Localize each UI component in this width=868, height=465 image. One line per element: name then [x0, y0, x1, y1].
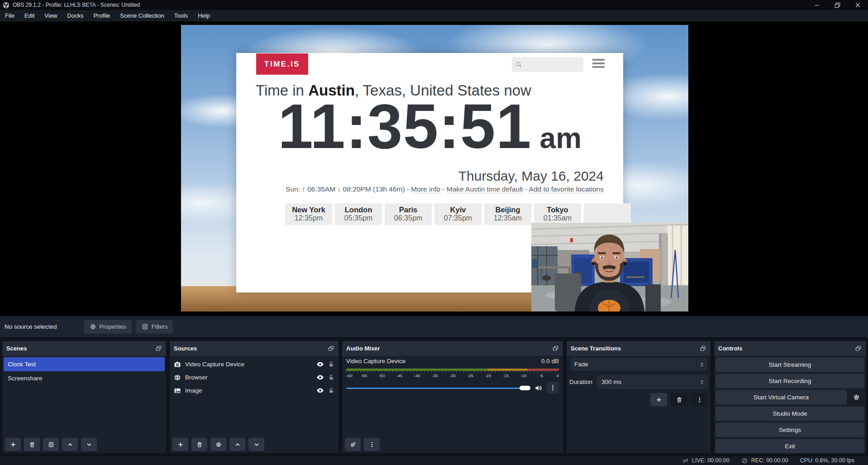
restore-button[interactable] — [827, 0, 848, 10]
gear-icon — [853, 394, 860, 401]
close-button[interactable] — [848, 0, 868, 10]
source-item-video-capture[interactable]: Video Capture Device — [170, 358, 339, 371]
audio-mixer-title: Audio Mixer — [346, 345, 380, 352]
chevron-down-icon — [253, 441, 260, 448]
menu-bar: File Edit View Docks Profile Scene Colle… — [0, 10, 868, 22]
mixer-channel-name: Video Capture Device — [346, 358, 405, 367]
city-cell: Paris06:35pm — [385, 203, 432, 225]
scene-item-screenshare[interactable]: Screenshare — [4, 371, 165, 385]
start-recording-button[interactable]: Start Recording — [715, 374, 864, 388]
menu-profile[interactable]: Profile — [88, 10, 115, 21]
popout-icon[interactable] — [328, 345, 334, 352]
popout-icon[interactable] — [855, 345, 862, 352]
source-properties-button[interactable] — [210, 438, 226, 451]
visibility-eye-icon[interactable] — [316, 374, 324, 381]
popout-icon[interactable] — [155, 345, 162, 352]
add-source-button[interactable] — [172, 438, 188, 451]
camera-icon — [174, 361, 181, 368]
source-item-image[interactable]: Image — [170, 384, 339, 397]
transitions-header: Scene Transitions — [567, 341, 711, 356]
studio-mode-button[interactable]: Studio Mode — [715, 407, 864, 421]
remove-scene-button[interactable] — [24, 438, 40, 451]
add-scene-button[interactable] — [5, 438, 21, 451]
webcam-overlay[interactable] — [531, 223, 688, 312]
add-transition-button[interactable] — [650, 393, 667, 406]
add-favorite-link: Add to favorite locations — [529, 185, 604, 193]
mixer-menu-button[interactable] — [364, 438, 380, 451]
trash-icon — [676, 397, 682, 403]
virtual-camera-config-button[interactable] — [849, 390, 864, 404]
popout-icon[interactable] — [552, 345, 559, 352]
title-bar: OBS 29.1.2 - Profile: LLHLS BETA - Scene… — [0, 0, 868, 10]
broadcast-slash-icon — [682, 457, 689, 464]
sources-panel-header: Sources — [170, 341, 339, 356]
lock-icon[interactable] — [328, 361, 334, 368]
mixer-options-button[interactable] — [547, 382, 559, 394]
scene-up-button[interactable] — [62, 438, 78, 451]
controls-header: Controls — [714, 341, 866, 356]
audio-mixer-panel: Audio Mixer Video Capture Device 0.0 dB … — [342, 340, 563, 454]
window-controls — [807, 0, 868, 10]
advanced-audio-button[interactable] — [345, 438, 361, 451]
transitions-title: Scene Transitions — [571, 345, 621, 352]
clock-ampm: am — [540, 124, 582, 153]
menu-view[interactable]: View — [39, 10, 62, 21]
mixer-toolbar — [345, 438, 380, 451]
clock-time: 11:35:51 — [278, 95, 532, 158]
city-cell: Kyiv07:35pm — [434, 203, 482, 225]
no-source-label: No source selected — [5, 323, 57, 330]
source-item-browser[interactable]: Browser — [170, 371, 339, 384]
menu-tools[interactable]: Tools — [169, 10, 193, 21]
scenes-panel: Scenes Clock Test Screenshare — [2, 340, 167, 454]
chevron-up-icon — [67, 441, 73, 448]
window-title: OBS 29.1.2 - Profile: LLHLS BETA - Scene… — [13, 2, 140, 8]
exit-button[interactable]: Exit — [715, 439, 864, 453]
city-cell: Beijing12:35am — [484, 203, 531, 225]
program-canvas[interactable]: TIME.IS Time in Austin, Texas, United St… — [181, 25, 688, 312]
menu-help[interactable]: Help — [193, 10, 215, 21]
transition-dropdown[interactable]: Fade — [569, 357, 708, 371]
mixer-channel: Video Capture Device 0.0 dB -60 -55 -50 … — [342, 356, 563, 394]
scene-filters-button[interactable] — [43, 438, 59, 451]
settings-button[interactable]: Settings — [715, 423, 864, 437]
minimize-button[interactable] — [807, 0, 827, 10]
start-virtual-camera-button[interactable]: Start Virtual Camera — [715, 390, 847, 404]
audio-mixer-header: Audio Mixer — [342, 341, 563, 356]
volume-slider[interactable] — [346, 385, 530, 391]
transition-properties-button[interactable] — [691, 393, 708, 406]
scene-item-clock-test[interactable]: Clock Test — [4, 357, 165, 371]
properties-button[interactable]: Properties — [84, 320, 132, 334]
menu-scene-collection[interactable]: Scene Collection — [115, 10, 169, 21]
visibility-eye-icon[interactable] — [316, 387, 324, 394]
visibility-eye-icon[interactable] — [316, 360, 324, 368]
dock-area: Scenes Clock Test Screenshare Sources — [0, 338, 868, 455]
volume-slider-handle[interactable] — [520, 386, 530, 390]
speaker-icon[interactable] — [534, 384, 543, 392]
lock-icon[interactable] — [328, 387, 334, 394]
plus-icon — [656, 397, 662, 403]
cpu-fps-status: CPU: 0.6%, 30.00 fps — [800, 457, 854, 464]
remove-transition-button[interactable] — [671, 393, 687, 406]
remove-source-button[interactable] — [191, 438, 207, 451]
menu-file[interactable]: File — [0, 10, 19, 21]
city-cell: New York12:35pm — [285, 203, 332, 225]
source-list: Video Capture Device Browser Image — [170, 356, 339, 397]
start-streaming-button[interactable]: Start Streaming — [715, 358, 864, 372]
city-cell-partial — [584, 203, 631, 225]
status-bar: LIVE: 00:00:00 REC: 00:00:00 CPU: 0.6%, … — [0, 455, 868, 465]
source-up-button[interactable] — [229, 438, 245, 451]
filters-button[interactable]: Filters — [136, 320, 173, 334]
menu-edit[interactable]: Edit — [19, 10, 39, 21]
lock-icon[interactable] — [328, 374, 334, 381]
sources-toolbar — [172, 438, 264, 451]
scene-down-button[interactable] — [81, 438, 97, 451]
hamburger-menu-icon — [592, 59, 605, 70]
scene-list: Clock Test Screenshare — [2, 356, 166, 387]
menu-docks[interactable]: Docks — [62, 10, 88, 21]
source-down-button[interactable] — [248, 438, 264, 451]
city-cell: Tokyo01:35am — [534, 203, 581, 225]
gear-icon — [215, 441, 222, 448]
popout-icon[interactable] — [700, 345, 706, 352]
duration-spinbox[interactable]: 300 ms — [597, 375, 708, 389]
meter-ticks — [346, 371, 559, 373]
